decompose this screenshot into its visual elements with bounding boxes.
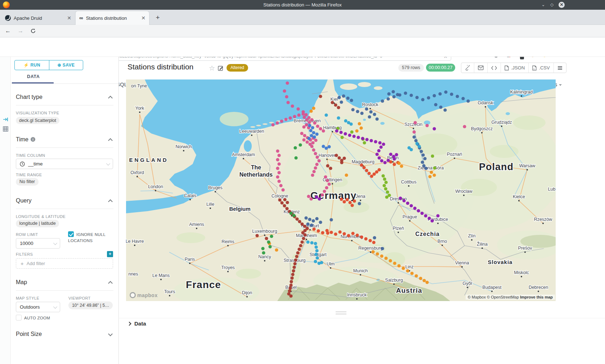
svg-text:Budapest: Budapest <box>483 285 502 290</box>
viz-type-value[interactable]: deck.gl Scatterplot <box>16 117 59 124</box>
tab-close-icon[interactable]: ✕ <box>138 15 145 21</box>
svg-text:Regensburg: Regensburg <box>358 246 383 251</box>
svg-text:Germany: Germany <box>310 190 357 201</box>
svg-text:Wroclaw: Wroclaw <box>455 189 473 194</box>
svg-text:Le Havre: Le Havre <box>126 239 144 244</box>
section-time[interactable]: Timei <box>16 136 35 143</box>
tab-stations-distribution[interactable]: ∞ Stations distribution ✕ <box>76 11 149 25</box>
altered-badge[interactable]: Altered <box>227 64 248 72</box>
svg-text:Gdansk: Gdansk <box>478 100 493 105</box>
svg-text:Zlín: Zlín <box>468 233 476 238</box>
copy-link-button[interactable] <box>461 63 474 73</box>
svg-text:on Tyne: on Tyne <box>131 83 147 88</box>
tab-close-icon[interactable]: ✕ <box>63 15 71 21</box>
svg-text:Munich: Munich <box>353 268 368 273</box>
svg-text:Szczecin: Szczecin <box>404 122 422 127</box>
section-query[interactable]: Query <box>16 197 32 204</box>
svg-text:x: x <box>533 68 534 70</box>
svg-text:Nancy: Nancy <box>258 254 271 259</box>
map-style-select[interactable]: Outdoors <box>16 302 60 312</box>
forward-button[interactable]: → <box>16 27 25 35</box>
window-minimize-button[interactable]: ⌄ <box>540 2 546 8</box>
deckgl-scatterplot-map[interactable]: YorkNorwichOxfordLondonCalaisBrugesLille… <box>126 79 556 301</box>
add-filter-plus-button[interactable]: + <box>107 251 113 257</box>
query-timer-badge: 00:00:00.27 <box>426 64 455 72</box>
time-column-value: __time <box>28 161 43 167</box>
panel-resize-handle[interactable] <box>336 311 346 314</box>
new-tab-button[interactable]: + <box>153 13 162 23</box>
svg-text:Troyes: Troyes <box>221 265 235 270</box>
dataset-grid-icon[interactable] <box>3 126 8 133</box>
svg-text:Debrecen: Debrecen <box>529 285 548 290</box>
data-section-toggle[interactable]: Data <box>128 320 146 327</box>
download-json-button[interactable]: .JSON <box>501 63 529 73</box>
svg-text:Czechia: Czechia <box>415 231 439 237</box>
row-limit-select[interactable]: 10000 <box>16 238 60 249</box>
svg-text:nnes: nnes <box>128 272 138 277</box>
svg-text:France: France <box>186 279 221 290</box>
embed-code-button[interactable] <box>488 63 501 73</box>
svg-text:Grudziądz: Grudziądz <box>492 120 512 125</box>
svg-text:Kiel: Kiel <box>331 97 338 102</box>
svg-text:Lille: Lille <box>206 202 214 207</box>
svg-text:Miskolc: Miskolc <box>514 270 529 275</box>
auto-zoom-checkbox[interactable] <box>16 315 22 320</box>
time-column-label: TIME COLUMN <box>16 153 45 158</box>
edit-properties-icon[interactable] <box>218 65 224 72</box>
svg-text:Poland: Poland <box>479 161 514 172</box>
ignore-null-label-2: LOCATIONS <box>68 238 93 243</box>
superset-favicon: ∞ <box>79 15 83 21</box>
run-button[interactable]: ⚡ RUN <box>14 60 49 70</box>
svg-text:Stuttgart: Stuttgart <box>309 252 327 257</box>
viewport-label: VIEWPORT <box>68 296 91 300</box>
svg-text:Rostock: Rostock <box>362 102 378 107</box>
window-maximize-button[interactable]: ◇ <box>549 2 555 8</box>
mapbox-logo[interactable]: mapbox <box>130 292 158 298</box>
window-close-button[interactable]: ✕ <box>559 2 565 8</box>
divider <box>16 290 113 291</box>
tab-apache-druid[interactable]: Apache Druid ✕ <box>1 11 75 25</box>
collapse-panel-icon[interactable] <box>3 117 8 123</box>
svg-text:York: York <box>135 106 144 111</box>
email-button[interactable] <box>474 63 488 73</box>
improve-map-link[interactable]: Improve this map <box>520 295 553 299</box>
svg-text:Plzeň: Plzeň <box>393 226 404 231</box>
data-section-label: Data <box>134 320 146 327</box>
svg-text:Brno: Brno <box>438 239 447 244</box>
section-chart-type[interactable]: Chart type <box>16 94 42 100</box>
svg-text:Netherlands: Netherlands <box>239 172 273 178</box>
time-range-value[interactable]: No filter <box>16 178 39 186</box>
ignore-null-checkbox[interactable] <box>68 231 74 237</box>
svg-text:Žilina: Žilina <box>477 241 488 247</box>
druid-favicon <box>5 15 11 21</box>
back-button[interactable]: ← <box>4 27 12 35</box>
ignore-null-label-1: IGNORE NULL <box>76 232 106 237</box>
viewport-value[interactable]: 10° 24' 49.86" | 5… <box>68 301 113 309</box>
svg-text:Calais: Calais <box>184 193 197 198</box>
section-map[interactable]: Map <box>16 279 27 286</box>
chart-menu-button[interactable] <box>554 63 566 73</box>
divider <box>16 105 113 105</box>
divider <box>12 83 118 84</box>
svg-text:Prague: Prague <box>403 214 417 219</box>
svg-text:Amiens: Amiens <box>189 222 204 227</box>
favorite-star-icon[interactable]: ☆ <box>209 64 215 72</box>
download-csv-button[interactable]: x .CSV <box>529 63 554 73</box>
svg-text:Bruges: Bruges <box>208 185 223 190</box>
time-range-label: TIME RANGE <box>16 173 42 177</box>
firefox-icon <box>3 1 10 8</box>
lonlat-value[interactable]: longitude | latitude <box>16 220 59 227</box>
time-column-select[interactable]: __time <box>16 159 113 169</box>
tab-strip: Apache Druid ✕ ∞ Stations distribution ✕… <box>0 10 605 25</box>
add-filter-placeholder: Add filter <box>27 261 45 266</box>
save-button[interactable]: ⊕ SAVE <box>49 60 83 70</box>
add-filter-input[interactable]: + Add filter <box>16 258 113 269</box>
info-icon: i <box>31 137 35 142</box>
reload-button[interactable] <box>29 27 37 36</box>
svg-text:Belgium: Belgium <box>229 206 250 212</box>
tab-data[interactable]: DATA <box>27 74 40 79</box>
svg-text:Leeuwarden: Leeuwarden <box>239 129 264 134</box>
map-attribution: © Mapbox © OpenStreetMap Improve this ma… <box>466 295 555 300</box>
section-point-size[interactable]: Point Size <box>16 331 42 337</box>
chart-actions-toolbar: .JSON x .CSV <box>461 63 566 73</box>
